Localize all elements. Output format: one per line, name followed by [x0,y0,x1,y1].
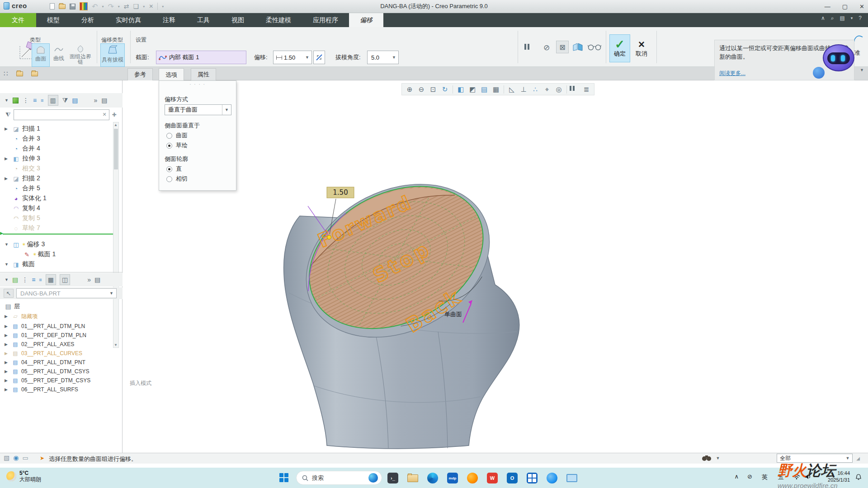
radio-tangent[interactable]: 相切 [166,175,188,183]
expand-arrow[interactable]: ▶ [5,387,9,392]
hidden-items-label[interactable]: 隐藏项 [21,313,38,320]
tree-item-label[interactable]: 合并 5 [22,184,40,192]
favorites-folder-icon[interactable] [31,71,38,76]
tab-analysis[interactable]: 分析 [71,13,105,27]
quilt-boundary-button[interactable]: 面组边界 链 [68,43,93,67]
tab-applications[interactable]: 应用程序 [302,13,349,27]
zoom-out-icon[interactable] [416,84,426,94]
bing-icon[interactable] [368,473,378,483]
expand-arrow[interactable]: ▶ [5,369,9,374]
undo-dropdown-icon[interactable]: ▾ [102,5,104,9]
graphics-options-icon[interactable] [581,84,591,94]
expand-arrow[interactable]: ▶ [5,176,10,181]
open-file-icon[interactable] [59,4,66,9]
add-filter-icon[interactable] [112,112,117,118]
tree-list-icon[interactable] [101,97,107,104]
undo-icon[interactable] [92,2,98,11]
app-window-icon[interactable]: ›_ [387,472,399,484]
point-display-icon[interactable] [530,84,540,94]
filter-funnel-icon[interactable] [5,111,11,118]
layer-root-label[interactable]: 层 [14,302,20,310]
tab-model[interactable]: 模型 [36,13,71,27]
offset-value-combo[interactable]: 1.50 ▼ [273,51,312,64]
layer-visibility-button[interactable] [46,274,56,285]
tab-view[interactable]: 视图 [221,13,255,27]
layer-model-combo[interactable]: DANG-BA.PRT ▼ [16,288,117,298]
expand-arrow[interactable]: ▶ [5,333,9,338]
tree-search-input[interactable]: ✕ [14,109,109,120]
zoom-in-icon[interactable] [405,84,415,94]
tree-item-label[interactable]: 截面 [22,260,35,268]
appearance-gallery-icon[interactable] [80,2,88,10]
ok-button[interactable]: ✓ 确定 [609,34,630,62]
panel-divider[interactable] [0,272,123,272]
view-manager-icon[interactable] [491,84,501,94]
select-cursor-icon[interactable] [4,289,14,298]
wps-icon[interactable]: W [486,472,499,484]
help-icon[interactable] [859,15,862,21]
tab-properties[interactable]: 属性 [191,68,216,80]
tree-columns-button[interactable] [48,95,58,106]
selection-filter-dropdown-icon[interactable]: ▼ [845,456,849,460]
layer-item-label[interactable]: 05__PRT_DEF_DTM_CSYS [21,377,90,384]
datum-dropdown-icon[interactable]: ▼ [860,68,864,72]
close-icon[interactable]: ✕ [859,3,864,10]
wifi-icon[interactable] [793,474,800,481]
layer-list-icon[interactable] [94,276,100,283]
surface-type-button[interactable]: 曲面 [32,43,50,67]
customize-qa-icon[interactable]: ▾ [162,5,164,9]
layer-dropdown-icon[interactable] [5,277,9,282]
layer-item-label[interactable]: 03__PRT_ALL_CURVES [21,350,82,357]
csys-display-icon[interactable] [542,84,552,94]
collapse-all-icon[interactable] [41,98,43,103]
command-search-icon[interactable] [831,15,834,21]
minimize-icon[interactable]: — [825,3,830,10]
axis-display-icon[interactable] [519,84,528,94]
tab-file[interactable]: 文件 [0,13,36,27]
tab-options[interactable]: 选项 [159,68,184,81]
no-preview-icon[interactable] [543,43,550,52]
taskbar-weather[interactable]: 5°C 大部晴朗 [6,470,41,483]
insert-here-line[interactable] [3,234,118,235]
radio-sketch[interactable]: 草绘 [166,141,188,150]
radio-straight[interactable]: 直 [166,165,182,173]
folder-browser-icon[interactable] [16,71,23,76]
tree-item-label[interactable]: 合并 4 [22,145,40,153]
draft-angle-dropdown-icon[interactable]: ▼ [390,55,398,60]
windows-icon[interactable] [133,3,139,10]
scroll-thumb[interactable] [114,129,118,169]
taskbar-clock[interactable]: 16:44 2025/1/31 [828,470,850,483]
tree-scrollbar[interactable]: ▲ ▼ [113,122,119,348]
notification-bell-icon[interactable] [855,474,862,482]
layer-collapse-all-icon[interactable] [39,277,42,282]
scroll-up-icon[interactable]: ▲ [114,123,118,127]
firefox-icon[interactable] [466,472,479,484]
section-view-icon[interactable] [467,84,477,94]
tree-item-label[interactable]: 偏移 3 [27,240,45,249]
saved-orientations-icon[interactable] [479,84,489,94]
collapse-arrow[interactable]: ▼ [5,242,10,247]
tree-item-label[interactable]: 复制 4 [22,204,40,212]
model-tree-icon[interactable] [4,70,8,78]
tab-tools[interactable]: 工具 [186,13,221,27]
layer-item-label[interactable]: 01__PRT_DEF_DTM_PLN [21,332,86,338]
scroll-down-icon[interactable]: ▼ [114,343,118,347]
offset-method-dropdown-icon[interactable]: ▼ [222,105,231,115]
swirl-app-icon[interactable] [546,472,558,484]
tree-item-label[interactable]: 实体化 1 [22,194,47,202]
ime-indicator[interactable]: 五 [778,473,784,481]
assistant-robot-avatar[interactable] [822,44,855,72]
redo-dropdown-icon[interactable]: ▾ [118,5,120,9]
tab-offset-active[interactable]: 偏移 [349,13,383,27]
section-input[interactable]: 内部 截面 1 [156,51,246,64]
speaker-icon[interactable] [805,474,811,481]
windows-dropdown-icon[interactable]: ▾ [143,5,145,9]
tree-item-label[interactable]: 扫描 2 [22,174,40,183]
model-globe-icon[interactable] [13,454,19,461]
layer-item-label[interactable]: 02__PRT_ALL_AXES [21,341,74,347]
layers-icon[interactable] [12,276,18,283]
regenerate-icon[interactable] [124,3,129,10]
resize-grip-icon[interactable]: ◢ [856,456,860,461]
layer-item-label[interactable]: 01__PRT_ALL_DTM_PLN [21,323,85,329]
flip-direction-button[interactable] [313,51,325,64]
